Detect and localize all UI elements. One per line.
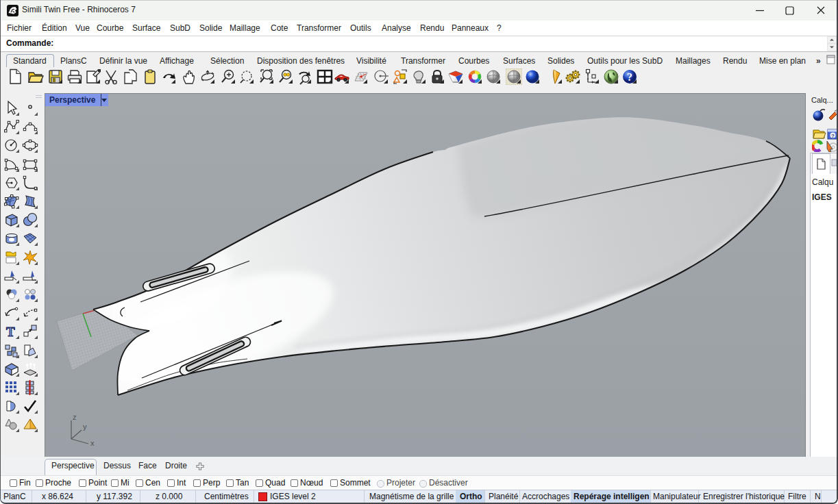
svg-text:z: z	[73, 413, 77, 421]
svg-text:y: y	[83, 423, 87, 431]
svg-text:x: x	[90, 439, 95, 447]
svg-text:?: ?	[831, 133, 835, 139]
svg-text:?: ?	[627, 71, 632, 83]
svg-text:T: T	[6, 325, 15, 339]
